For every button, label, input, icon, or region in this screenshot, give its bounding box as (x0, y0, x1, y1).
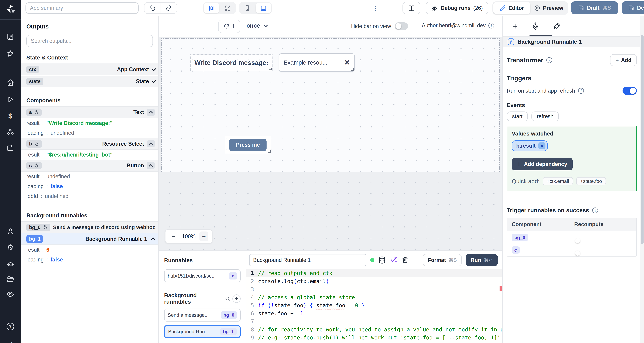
chevron-down-icon[interactable] (152, 67, 156, 71)
help-question-icon[interactable]: ? (5, 321, 16, 332)
collapse-chevron-button[interactable] (147, 109, 155, 116)
tab-editor[interactable]: Editor (493, 2, 530, 14)
chevron-up-icon[interactable] (151, 237, 156, 242)
info-icon[interactable]: i (546, 57, 552, 63)
windmill-logo-icon[interactable] (5, 3, 16, 16)
prop-value[interactable]: "$res:u/henri/testing_bot" (46, 152, 112, 158)
insert-component-tab[interactable]: + (512, 21, 518, 31)
press-me-button[interactable]: Press me (229, 139, 266, 151)
search-icon[interactable] (225, 296, 230, 301)
fullscreen-layout-button[interactable] (220, 3, 235, 13)
mobile-view-button[interactable] (240, 3, 255, 13)
run-button[interactable]: Run ⌘↵ (466, 254, 498, 266)
resize-handle[interactable] (268, 150, 271, 153)
prop-value[interactable]: 6 (46, 247, 49, 253)
workspace-icon[interactable] (5, 31, 16, 42)
frequency-dropdown[interactable]: once (246, 22, 267, 29)
debug-runs-button[interactable]: Debug runs (26) (426, 2, 488, 14)
save-icon (628, 5, 634, 11)
app-summary-input[interactable] (26, 2, 139, 14)
info-icon[interactable]: i (488, 23, 494, 28)
home-icon[interactable] (5, 77, 16, 88)
deploy-button[interactable]: Deploy (622, 1, 644, 14)
prop-value[interactable]: "Write Discord message:" (46, 120, 112, 126)
schedules-calendar-icon[interactable] (5, 143, 16, 154)
folders-icon[interactable] (5, 274, 16, 284)
prop-value[interactable]: undefined (45, 193, 68, 199)
component-settings-tab[interactable] (531, 22, 540, 30)
button-component-selection[interactable]: Press me (225, 136, 271, 154)
resize-handle[interactable] (351, 68, 354, 71)
collapse-chevron-button[interactable] (147, 162, 155, 169)
center-layout-button[interactable] (204, 3, 219, 13)
component-c-row[interactable]: c Button (21, 160, 158, 172)
billing-dollar-icon[interactable]: $ (5, 110, 16, 121)
users-person-icon[interactable] (5, 226, 16, 236)
collapse-arrow-icon[interactable]: → (5, 336, 16, 343)
more-menu-kebab-icon[interactable]: ⋮ (371, 4, 380, 12)
center-column: 1 once Hide bar on view Author henri@win… (159, 16, 502, 343)
info-icon[interactable]: i (578, 88, 584, 94)
select-value: Example resou... (284, 59, 341, 66)
desktop-view-button[interactable] (256, 3, 271, 13)
redo-button[interactable] (160, 2, 177, 14)
prop-value[interactable]: false (50, 183, 63, 190)
code-body[interactable]: 1// read outputs and ctx 2console.log(ct… (246, 269, 502, 343)
ai-wand-icon[interactable] (390, 256, 398, 264)
ctx-row[interactable]: ctx App Context (21, 64, 158, 76)
bg0-row[interactable]: bg_0 Send a message to discord using web… (21, 221, 158, 233)
quick-add-ctx-email[interactable]: +ctx.email (543, 177, 573, 186)
zoom-out-button[interactable]: − (169, 232, 178, 241)
resource-select-component[interactable]: Example resou... ✕ (279, 53, 355, 72)
runs-play-icon[interactable] (5, 94, 16, 105)
text-component[interactable]: Write Discord message: (190, 54, 272, 71)
app-canvas[interactable]: Write Discord message: Example resou... … (161, 38, 500, 172)
remove-watched-icon[interactable]: ✕ (538, 142, 546, 149)
resources-cubes-icon[interactable] (5, 126, 16, 137)
format-button[interactable]: Format ⌘S (423, 254, 462, 266)
prop-value[interactable]: undefined (46, 173, 70, 180)
row-component-badge: c (512, 246, 520, 254)
runnable-bg1-item[interactable]: Background Run... bg_1 (164, 325, 240, 338)
hide-bar-toggle[interactable] (394, 22, 408, 30)
inspector-scrollbar[interactable] (640, 16, 644, 343)
canvas-zoom-control: − 100% + (165, 230, 212, 243)
add-dependency-button[interactable]: + Add dependency (512, 158, 572, 170)
watched-value-chip[interactable]: b.result ✕ (512, 140, 548, 151)
runnable-hub-item[interactable]: hub/1511/discord/se... c (164, 269, 240, 282)
workers-robot-icon[interactable] (5, 258, 16, 269)
tab-preview[interactable]: Preview (530, 2, 567, 14)
chevron-down-icon[interactable] (152, 78, 156, 83)
styling-brush-tab[interactable] (553, 22, 561, 30)
zoom-in-button[interactable]: + (200, 232, 208, 241)
inspector-panel: + ƒ Background Runnable 1 Transformer i … (502, 16, 644, 343)
search-outputs-input[interactable] (31, 38, 148, 44)
sidebar-divider (0, 65, 21, 65)
bg1-row[interactable]: bg_1 Background Runnable 1 (21, 233, 158, 245)
cache-database-icon[interactable] (378, 256, 386, 264)
collapse-chevron-button[interactable] (147, 140, 155, 148)
component-b-row[interactable]: b Resource Select (21, 138, 158, 150)
favorites-star-icon[interactable] (5, 48, 16, 59)
delete-trash-icon[interactable] (402, 256, 409, 264)
prop-value[interactable]: undefined (50, 130, 74, 136)
quick-add-state-foo[interactable]: +state.foo (576, 177, 606, 186)
prop-value[interactable]: false (50, 256, 63, 263)
sidebar-divider (0, 19, 21, 20)
add-transformer-button[interactable]: +Add (610, 54, 637, 66)
add-runnable-button[interactable]: + (232, 294, 240, 303)
info-icon[interactable]: i (592, 208, 598, 213)
run-on-start-toggle[interactable] (622, 87, 637, 95)
component-a-row[interactable]: a Text (21, 106, 158, 118)
runnable-bg0-item[interactable]: Send a message... bg_0 (164, 308, 240, 322)
undo-button[interactable] (144, 2, 160, 14)
audit-eye-icon[interactable] (5, 289, 16, 300)
refresh-count-button[interactable]: 1 (218, 20, 240, 33)
runnable-name-input[interactable] (249, 254, 366, 266)
settings-gear-icon[interactable]: ⚙ (5, 242, 16, 253)
resize-handle[interactable] (269, 68, 272, 70)
draft-button[interactable]: Draft ⌘S (571, 1, 618, 14)
clear-select-icon[interactable]: ✕ (344, 58, 350, 66)
state-row[interactable]: state State (21, 76, 158, 87)
docs-book-button[interactable] (402, 2, 420, 14)
